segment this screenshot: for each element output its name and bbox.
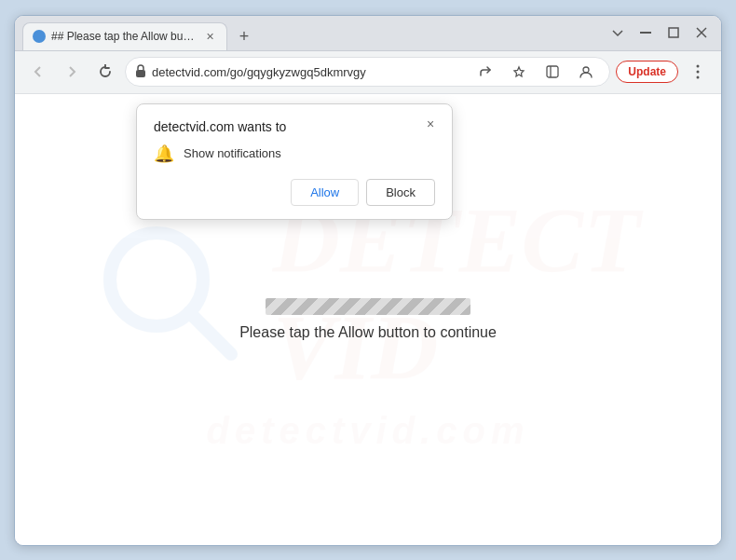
page-instruction: Please tap the Allow button to continue bbox=[239, 324, 497, 341]
block-button[interactable]: Block bbox=[366, 179, 435, 206]
svg-point-9 bbox=[583, 67, 589, 73]
notification-popup: × detectvid.com wants to 🔔 Show notifica… bbox=[136, 103, 453, 220]
svg-point-12 bbox=[697, 76, 700, 79]
more-options-button[interactable] bbox=[684, 58, 712, 86]
tab-area: ## Please tap the Allow button t ✕ + bbox=[22, 16, 594, 50]
back-button[interactable] bbox=[24, 58, 52, 86]
minimize-button[interactable] bbox=[606, 20, 630, 45]
svg-rect-5 bbox=[136, 70, 145, 77]
url-path: /go/gqygkyzwgq5dkmrvgy bbox=[226, 65, 366, 79]
share-icon[interactable] bbox=[471, 58, 499, 86]
popup-notification-text: Show notifications bbox=[184, 146, 281, 160]
update-button[interactable]: Update bbox=[616, 61, 678, 83]
page-center: Please tap the Allow button to continue bbox=[239, 298, 497, 341]
lock-icon bbox=[135, 64, 146, 80]
bell-icon: 🔔 bbox=[154, 143, 174, 164]
title-bar: ## Please tap the Allow button t ✕ + bbox=[15, 16, 721, 51]
active-tab[interactable]: ## Please tap the Allow button t ✕ bbox=[22, 22, 227, 50]
progress-bar bbox=[266, 298, 470, 315]
svg-point-0 bbox=[34, 32, 44, 41]
popup-buttons: Allow Block bbox=[154, 179, 435, 206]
window-controls bbox=[606, 20, 714, 45]
page-content: DETECTVID detectvid.com × detectvid.com … bbox=[15, 94, 721, 545]
striped-bar bbox=[266, 298, 470, 315]
profile-icon[interactable] bbox=[572, 58, 600, 86]
svg-line-14 bbox=[189, 312, 231, 354]
tab-title: ## Please tap the Allow button t bbox=[51, 30, 196, 43]
popup-notification-row: 🔔 Show notifications bbox=[154, 143, 435, 164]
tab-favicon bbox=[33, 30, 46, 43]
bookmark-icon[interactable] bbox=[505, 58, 533, 86]
svg-rect-7 bbox=[547, 66, 558, 77]
sidebar-icon[interactable] bbox=[538, 58, 566, 86]
svg-point-11 bbox=[697, 71, 700, 74]
maximize-window-button[interactable] bbox=[661, 20, 686, 45]
url-domain: detectvid.com bbox=[152, 65, 226, 79]
popup-close-button[interactable]: × bbox=[420, 114, 441, 134]
tab-close-button[interactable]: ✕ bbox=[203, 29, 217, 44]
reload-button[interactable] bbox=[91, 58, 119, 86]
svg-point-10 bbox=[697, 65, 700, 68]
svg-rect-1 bbox=[640, 32, 651, 34]
minimize-window-button[interactable] bbox=[634, 20, 658, 45]
forward-button[interactable] bbox=[58, 58, 86, 86]
close-window-button[interactable] bbox=[689, 20, 714, 45]
popup-title: detectvid.com wants to bbox=[154, 119, 435, 134]
allow-button[interactable]: Allow bbox=[291, 179, 359, 206]
toolbar: detectvid.com/go/gqygkyzwgq5dkmrvgy Upda… bbox=[15, 51, 721, 94]
svg-rect-2 bbox=[669, 28, 678, 37]
svg-marker-6 bbox=[514, 67, 524, 76]
new-tab-button[interactable]: + bbox=[231, 24, 257, 50]
browser-window: ## Please tap the Allow button t ✕ + bbox=[14, 15, 722, 546]
url-text: detectvid.com/go/gqygkyzwgq5dkmrvgy bbox=[152, 65, 466, 79]
address-bar[interactable]: detectvid.com/go/gqygkyzwgq5dkmrvgy bbox=[125, 57, 610, 87]
